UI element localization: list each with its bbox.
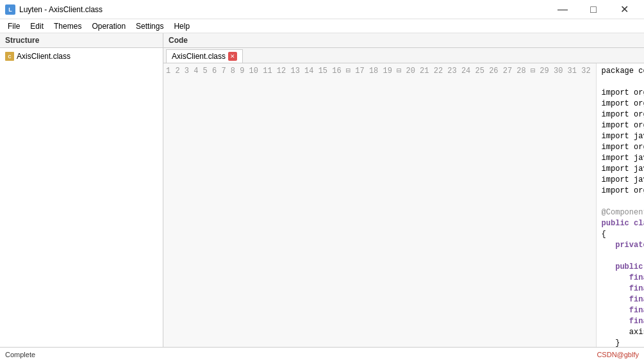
app-icon: L bbox=[5, 4, 15, 15]
menu-item-operation[interactable]: Operation bbox=[87, 20, 131, 32]
code-panel: Code AxisClient.class ✕ 1 2 3 4 5 6 7 8 … bbox=[163, 33, 644, 347]
panels: Structure C AxisClient.class Code AxisCl… bbox=[0, 33, 644, 347]
window-controls: — □ ✕ bbox=[548, 0, 639, 19]
structure-item[interactable]: C AxisClient.class bbox=[3, 51, 160, 62]
code-content[interactable]: 1 2 3 4 5 6 7 8 9 10 11 12 13 14 15 16 ⊟… bbox=[163, 63, 644, 347]
menu-item-settings[interactable]: Settings bbox=[131, 20, 169, 32]
title-left: L Luyten - AxisClient.class bbox=[5, 4, 103, 15]
window-title: Luyten - AxisClient.class bbox=[19, 5, 103, 14]
code-body: package com.gblfy.ws.client; import org.… bbox=[597, 63, 644, 347]
title-bar: L Luyten - AxisClient.class — □ ✕ bbox=[0, 0, 644, 19]
menu-bar: FileEditThemesOperationSettingsHelp bbox=[0, 19, 644, 33]
close-button[interactable]: ✕ bbox=[609, 0, 639, 19]
code-tab[interactable]: AxisClient.class ✕ bbox=[166, 49, 243, 63]
menu-item-themes[interactable]: Themes bbox=[49, 20, 87, 32]
minimize-button[interactable]: — bbox=[548, 0, 577, 19]
code-tabs: AxisClient.class ✕ bbox=[163, 48, 644, 63]
structure-content: C AxisClient.class bbox=[0, 48, 163, 347]
line-numbers: 1 2 3 4 5 6 7 8 9 10 11 12 13 14 15 16 ⊟… bbox=[163, 63, 597, 347]
maximize-button[interactable]: □ bbox=[579, 0, 608, 19]
structure-panel: Structure C AxisClient.class bbox=[0, 33, 163, 347]
menu-item-file[interactable]: File bbox=[3, 20, 25, 32]
structure-filename: AxisClient.class bbox=[17, 52, 70, 61]
tab-filename: AxisClient.class bbox=[172, 52, 226, 61]
main-layout: Structure C AxisClient.class Code AxisCl… bbox=[0, 33, 644, 361]
status-bar: Complete CSDN@gblfy bbox=[0, 347, 644, 361]
status-right: CSDN@gblfy bbox=[597, 351, 639, 358]
structure-header: Structure bbox=[0, 33, 163, 48]
menu-item-help[interactable]: Help bbox=[169, 20, 195, 32]
code-header: Code bbox=[163, 33, 644, 48]
menu-item-edit[interactable]: Edit bbox=[25, 20, 49, 32]
status-left: Complete bbox=[5, 351, 35, 358]
tab-close-button[interactable]: ✕ bbox=[228, 52, 237, 61]
file-icon: C bbox=[5, 52, 14, 61]
icon-letter: L bbox=[8, 6, 12, 13]
